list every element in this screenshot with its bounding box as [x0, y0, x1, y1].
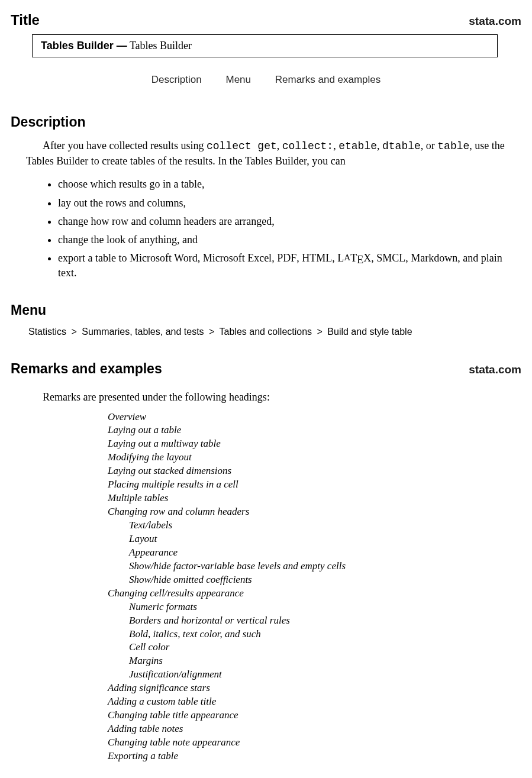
export-pre: export a table to Microsoft Word, Micros… — [58, 252, 277, 264]
toc-item[interactable]: Adding significance stars — [108, 682, 521, 695]
chevron-right-icon: > — [71, 327, 76, 337]
cmd-dtable: dtable — [382, 140, 421, 152]
menu-step: Tables and collections — [220, 327, 312, 337]
toc-item[interactable]: Bold, italics, text color, and such — [129, 628, 521, 641]
cmd-etable: etable — [338, 140, 377, 152]
toc-item[interactable]: Appearance — [129, 546, 521, 560]
toc-item[interactable]: Exporting a table — [108, 750, 521, 763]
nav-remarks[interactable]: Remarks and examples — [275, 74, 381, 85]
toc-item[interactable]: Show/hide factor-variable base levels an… — [129, 560, 521, 573]
toc-item[interactable]: Placing multiple results in a cell — [108, 478, 521, 492]
chevron-right-icon: > — [317, 327, 323, 337]
toc-item[interactable]: Modifying the layout — [108, 451, 521, 464]
toc-item[interactable]: Changing table title appearance — [108, 709, 521, 722]
toc-item[interactable]: Cell color — [129, 641, 521, 654]
toc-item[interactable]: Overview — [108, 411, 521, 424]
toc-item[interactable]: Justification/alignment — [129, 668, 521, 682]
desc-text-pre: After you have collected results using — [43, 140, 207, 151]
toc-item[interactable]: Layout — [129, 532, 521, 546]
toc-item[interactable]: Changing row and column headers — [108, 505, 521, 519]
toc-item[interactable]: Text/labels — [129, 519, 521, 532]
bullet-item: lay out the rows and columns, — [58, 196, 521, 211]
chevron-right-icon: > — [209, 327, 214, 337]
toc-item[interactable]: Changing cell/results appearance — [108, 587, 521, 601]
fmt-html: HTML — [302, 252, 332, 264]
toc-item[interactable]: Numeric formats — [129, 601, 521, 614]
toc-item[interactable]: Margins — [129, 654, 521, 668]
menu-step: Summaries, tables, and tests — [82, 327, 204, 337]
fmt-pdf: PDF — [277, 252, 296, 264]
toc-item[interactable]: Laying out a multiway table — [108, 437, 521, 451]
toc-item[interactable]: Adding table notes — [108, 722, 521, 736]
toc: OverviewLaying out a tableLaying out a m… — [108, 411, 521, 763]
remarks-heading: Remarks and examples — [11, 361, 162, 377]
bullet-item-export: export a table to Microsoft Word, Micros… — [58, 251, 521, 280]
section-title: Title — [11, 12, 40, 28]
nav-links: Description Menu Remarks and examples — [11, 74, 521, 86]
brand-link[interactable]: stata.com — [469, 363, 521, 376]
fmt-latex: LATEX — [337, 252, 371, 264]
bullet-item: choose which results go in a table, — [58, 177, 521, 192]
cmd-collect-get: collect get — [207, 140, 277, 152]
nav-description[interactable]: Description — [151, 74, 202, 85]
title-box-rest: Tables Builder — [127, 40, 192, 51]
menu-heading: Menu — [11, 302, 521, 318]
toc-item[interactable]: Laying out stacked dimensions — [108, 464, 521, 478]
cmd-table: table — [437, 140, 469, 152]
description-heading: Description — [11, 114, 521, 130]
brand-link[interactable]: stata.com — [469, 15, 521, 28]
bullet-item: change how row and column headers are ar… — [58, 214, 521, 229]
nav-menu[interactable]: Menu — [225, 74, 251, 85]
toc-item[interactable]: Laying out a table — [108, 424, 521, 437]
bullet-item: change the look of anything, and — [58, 233, 521, 247]
menu-step: Build and style table — [327, 327, 412, 337]
title-box-bold: Tables Builder — — [41, 40, 127, 51]
fmt-smcl: SMCL — [376, 252, 405, 264]
description-bullets: choose which results go in a table, lay … — [11, 177, 521, 280]
toc-item[interactable]: Show/hide omitted coefficients — [129, 573, 521, 587]
cmd-collect: collect: — [282, 140, 333, 152]
toc-item[interactable]: Adding a custom table title — [108, 695, 521, 709]
description-paragraph: After you have collected results using c… — [26, 138, 521, 169]
title-box: Tables Builder — Tables Builder — [32, 34, 498, 57]
menu-step: Statistics — [28, 327, 66, 337]
toc-item[interactable]: Multiple tables — [108, 492, 521, 505]
menu-path: Statistics > Summaries, tables, and test… — [28, 327, 521, 337]
remarks-intro: Remarks are presented under the followin… — [43, 391, 521, 403]
toc-item[interactable]: Borders and horizontal or vertical rules — [129, 614, 521, 628]
toc-item[interactable]: Changing table note appearance — [108, 736, 521, 750]
